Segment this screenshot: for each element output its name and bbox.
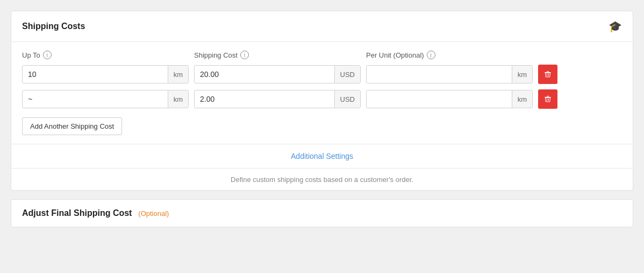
shipping-costs-body: Up To i Shipping Cost i Per Unit (Option… xyxy=(11,42,633,144)
col-header-up-to: Up To i xyxy=(22,51,189,59)
row2-shipping-cost-input[interactable] xyxy=(195,90,334,108)
row1-per-unit-input[interactable] xyxy=(367,66,512,83)
shipping-row-2: km USD km xyxy=(22,89,622,109)
row2-up-to-suffix: km xyxy=(168,90,188,108)
shipping-cost-info-icon[interactable]: i xyxy=(240,51,249,59)
svg-rect-1 xyxy=(547,71,549,72)
row1-delete-button[interactable] xyxy=(538,65,557,84)
col-header-per-unit: Per Unit (Optional) i xyxy=(366,51,533,59)
row2-per-unit-suffix: km xyxy=(512,90,532,108)
add-shipping-cost-button[interactable]: Add Another Shipping Cost xyxy=(22,117,122,135)
row2-up-to-input-group: km xyxy=(22,90,189,108)
additional-settings-link[interactable]: Additional Settings xyxy=(291,152,353,160)
trash-icon xyxy=(544,71,552,78)
col-header-shipping-cost: Shipping Cost i xyxy=(194,51,361,59)
row1-shipping-cost-input-group: USD xyxy=(194,65,361,83)
row2-delete-button[interactable] xyxy=(538,89,557,109)
row1-up-to-suffix: km xyxy=(168,66,188,83)
trash-icon-2 xyxy=(544,95,552,103)
shipping-row-1: km USD km xyxy=(22,65,622,84)
row2-shipping-cost-input-group: USD xyxy=(194,90,361,108)
grad-icon: 🎓 xyxy=(609,20,622,33)
col-per-unit-label: Per Unit (Optional) xyxy=(366,51,424,59)
row2-up-to-input[interactable] xyxy=(23,90,168,108)
per-unit-info-icon[interactable]: i xyxy=(427,51,435,59)
shipping-costs-card: Shipping Costs 🎓 Up To i Shipping Cost i… xyxy=(11,11,633,191)
col-shipping-cost-label: Shipping Cost xyxy=(194,51,238,59)
shipping-costs-title: Shipping Costs xyxy=(22,22,85,31)
adjust-optional-label: (Optional) xyxy=(138,209,169,218)
adjust-final-shipping-title: Adjust Final Shipping Cost xyxy=(22,208,132,218)
shipping-costs-header: Shipping Costs 🎓 xyxy=(11,11,633,42)
additional-settings-section: Additional Settings xyxy=(11,144,633,168)
description-section: Define custom shipping costs based on a … xyxy=(11,168,633,190)
adjust-final-shipping-header: Adjust Final Shipping Cost (Optional) xyxy=(11,200,633,227)
col-up-to-label: Up To xyxy=(22,51,40,59)
column-headers: Up To i Shipping Cost i Per Unit (Option… xyxy=(22,51,622,59)
adjust-title-group: Adjust Final Shipping Cost (Optional) xyxy=(22,208,169,218)
row1-per-unit-input-group: km xyxy=(366,65,533,83)
svg-rect-6 xyxy=(547,96,549,96)
row1-up-to-input-group: km xyxy=(22,65,189,83)
row1-up-to-input[interactable] xyxy=(23,66,168,83)
row1-per-unit-suffix: km xyxy=(512,66,532,83)
row2-per-unit-input[interactable] xyxy=(367,90,512,108)
row2-per-unit-input-group: km xyxy=(366,90,533,108)
row2-shipping-cost-suffix: USD xyxy=(334,90,360,108)
up-to-info-icon[interactable]: i xyxy=(43,51,52,59)
adjust-final-shipping-card: Adjust Final Shipping Cost (Optional) xyxy=(11,199,633,227)
row1-shipping-cost-suffix: USD xyxy=(334,66,360,83)
description-text: Define custom shipping costs based on a … xyxy=(231,176,413,184)
row1-shipping-cost-input[interactable] xyxy=(195,66,334,83)
